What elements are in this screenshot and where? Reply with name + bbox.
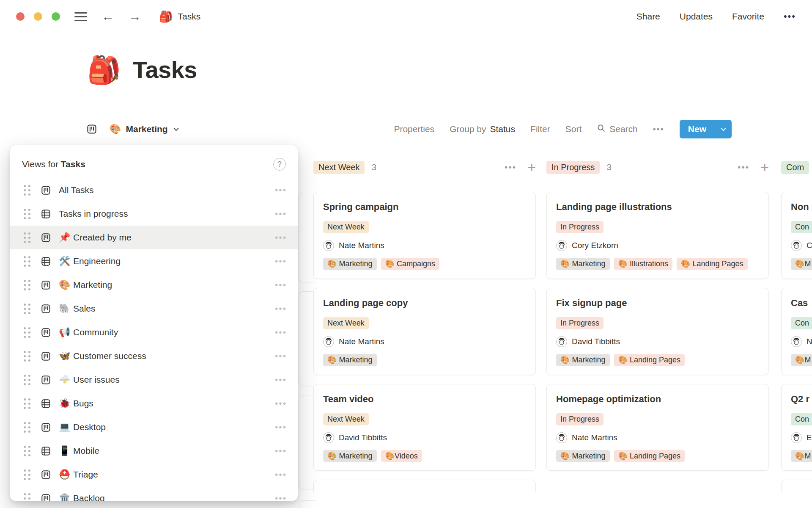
task-card[interactable]: NonConC🎨M	[781, 192, 812, 279]
tag[interactable]: 🎨 Landing Pages	[614, 450, 685, 462]
more-options-icon[interactable]: •••	[784, 12, 796, 21]
views-list-item-user-issues[interactable]: 🌩️User issues•••	[10, 368, 298, 392]
tag[interactable]: 🎨 Landing Pages	[614, 354, 685, 366]
drag-handle-icon[interactable]	[24, 232, 30, 243]
card-status-tag[interactable]: Next Week	[323, 413, 369, 425]
view-item-more-icon[interactable]: •••	[275, 256, 287, 266]
card-status-tag[interactable]: Con	[791, 413, 812, 425]
tag[interactable]: 🎨 Marketing	[556, 450, 610, 462]
task-card[interactable]: Fix signup pageIn ProgressDavid Tibbitts…	[546, 288, 769, 375]
views-list-item-all-tasks[interactable]: All Tasks•••	[10, 178, 298, 202]
card-status-tag[interactable]: Con	[791, 221, 812, 233]
card-assignee[interactable]: Nate Martins	[556, 432, 759, 443]
tag[interactable]: 🎨 Marketing	[556, 354, 610, 366]
view-item-more-icon[interactable]: •••	[275, 280, 287, 290]
drag-handle-icon[interactable]	[24, 209, 30, 219]
view-item-more-icon[interactable]: •••	[275, 469, 287, 480]
card-assignee[interactable]: Cory Etzkorn	[556, 240, 759, 251]
drag-handle-icon[interactable]	[24, 446, 30, 456]
view-item-more-icon[interactable]: •••	[275, 232, 287, 243]
view-switcher[interactable]: 🎨 Marketing	[86, 124, 180, 135]
zoom-window-icon[interactable]	[52, 12, 60, 21]
view-item-more-icon[interactable]: •••	[275, 304, 287, 314]
column-add-card-icon[interactable]: +	[760, 160, 769, 174]
new-button-label[interactable]: New	[680, 120, 715, 138]
task-card[interactable]: CasConN🎨M	[781, 288, 812, 375]
tag[interactable]: 🎨M	[791, 354, 812, 366]
view-item-more-icon[interactable]: •••	[275, 398, 287, 409]
view-item-more-icon[interactable]: •••	[275, 185, 287, 195]
view-item-more-icon[interactable]: •••	[275, 375, 287, 385]
drag-handle-icon[interactable]	[24, 256, 30, 267]
toolbar-more-icon[interactable]: •••	[653, 124, 664, 134]
tag[interactable]: 🎨 Marketing	[323, 450, 377, 462]
column-status-badge[interactable]: Next Week	[313, 161, 365, 174]
view-item-more-icon[interactable]: •••	[275, 351, 287, 361]
search-button[interactable]: Search	[597, 124, 638, 135]
drag-handle-icon[interactable]	[24, 469, 30, 480]
card-status-tag[interactable]: Next Week	[323, 317, 369, 329]
column-more-icon[interactable]: •••	[505, 162, 516, 172]
card-assignee[interactable]: Nate Martins	[323, 240, 526, 251]
views-list-item-customer-success[interactable]: 🦋Customer success•••	[10, 344, 298, 368]
drag-handle-icon[interactable]	[24, 493, 30, 501]
card-assignee[interactable]: E	[791, 432, 812, 443]
new-button[interactable]: New	[680, 120, 732, 138]
drag-handle-icon[interactable]	[24, 327, 30, 338]
card-status-tag[interactable]: In Progress	[556, 317, 604, 329]
views-list-item-backlog[interactable]: 🏛️Backlog•••	[10, 486, 298, 501]
close-window-icon[interactable]	[16, 12, 25, 21]
card-status-tag[interactable]: In Progress	[556, 413, 604, 425]
filter-button[interactable]: Filter	[530, 124, 550, 134]
views-list-item-community[interactable]: 📢Community•••	[10, 320, 298, 344]
views-list-item-engineering[interactable]: 🛠️Engineering•••	[10, 249, 298, 273]
card-assignee[interactable]: C	[791, 240, 812, 251]
tag[interactable]: 🎨 Marketing	[323, 354, 377, 366]
views-list-item-desktop[interactable]: 💻Desktop•••	[10, 415, 298, 439]
menu-icon[interactable]	[74, 12, 87, 21]
drag-handle-icon[interactable]	[24, 185, 30, 196]
column-add-card-icon[interactable]: +	[527, 160, 536, 174]
drag-handle-icon[interactable]	[24, 375, 30, 385]
card-assignee[interactable]: Nate Martins	[323, 336, 526, 347]
drag-handle-icon[interactable]	[24, 351, 30, 362]
views-list-item-marketing[interactable]: 🎨Marketing•••	[10, 273, 298, 297]
task-card[interactable]: Landing page copyNext WeekNate Martins🎨 …	[313, 288, 536, 375]
column-more-icon[interactable]: •••	[738, 162, 749, 172]
task-card[interactable]: Homepage optimizationIn ProgressNate Mar…	[546, 384, 769, 471]
minimize-window-icon[interactable]	[34, 12, 42, 21]
view-item-more-icon[interactable]: •••	[275, 493, 287, 501]
drag-handle-icon[interactable]	[24, 280, 30, 290]
drag-handle-icon[interactable]	[24, 304, 30, 314]
tag[interactable]: 🎨M	[791, 450, 812, 462]
views-list-item-triage[interactable]: ⛑️Triage•••	[10, 463, 298, 486]
tag[interactable]: 🎨Videos	[381, 450, 422, 462]
view-item-more-icon[interactable]: •••	[275, 446, 287, 456]
properties-button[interactable]: Properties	[394, 124, 434, 134]
tag[interactable]: 🎨 Landing Pages	[677, 258, 748, 270]
group-by-button[interactable]: Group by Status	[450, 124, 515, 134]
forward-icon[interactable]: →	[129, 10, 141, 23]
column-status-badge[interactable]: Com	[781, 161, 809, 174]
partially-visible-card[interactable]	[313, 480, 536, 492]
tag[interactable]: 🎨 Campaigns	[381, 258, 440, 270]
view-item-more-icon[interactable]: •••	[275, 327, 287, 337]
favorite-button[interactable]: Favorite	[732, 11, 764, 22]
views-list-item-bugs[interactable]: 🐞Bugs•••	[10, 392, 298, 415]
card-status-tag[interactable]: Con	[791, 317, 812, 329]
drag-handle-icon[interactable]	[24, 422, 30, 433]
updates-button[interactable]: Updates	[680, 11, 713, 22]
views-list-item-mobile[interactable]: 📱Mobile•••	[10, 439, 298, 463]
task-card[interactable]: Team videoNext WeekDavid Tibbitts🎨 Marke…	[313, 384, 536, 471]
drag-handle-icon[interactable]	[24, 398, 30, 409]
views-list-item-tasks-in-progress[interactable]: Tasks in progress•••	[10, 202, 298, 226]
tag[interactable]: 🎨M	[791, 258, 812, 270]
sort-button[interactable]: Sort	[565, 124, 582, 134]
card-assignee[interactable]: N	[791, 336, 812, 347]
card-status-tag[interactable]: In Progress	[556, 221, 604, 233]
share-button[interactable]: Share	[636, 11, 660, 22]
back-icon[interactable]: ←	[102, 10, 114, 23]
task-card[interactable]: Landing page illustrationsIn ProgressCor…	[546, 192, 769, 279]
card-assignee[interactable]: David Tibbitts	[556, 336, 759, 347]
tag[interactable]: 🎨 Marketing	[556, 258, 610, 270]
